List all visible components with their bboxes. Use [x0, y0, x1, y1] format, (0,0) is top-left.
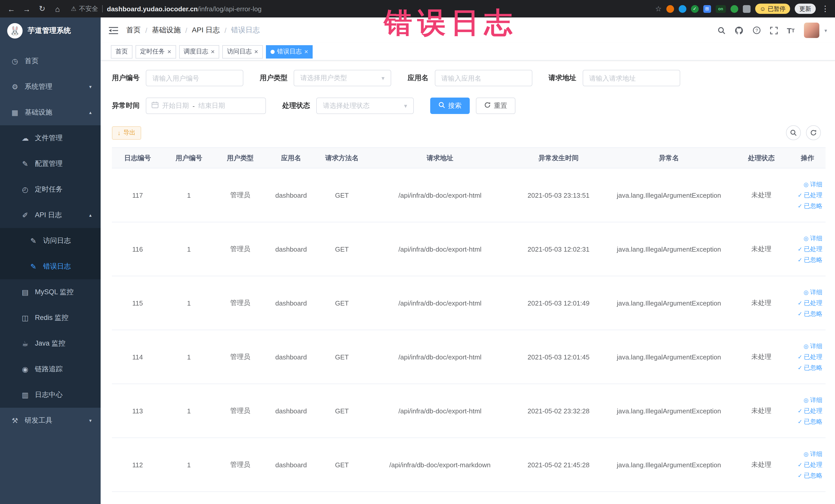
help-icon[interactable]: ?	[752, 26, 760, 35]
user-avatar[interactable]	[804, 23, 819, 38]
calendar-icon	[151, 101, 159, 110]
refresh-table-button[interactable]	[806, 125, 821, 140]
cell-time: 2021-05-03 12:01:45	[512, 330, 605, 384]
breadcrumb-item: 错误日志	[231, 26, 260, 35]
close-icon[interactable]: ×	[254, 48, 258, 55]
tab-error-log[interactable]: 错误日志×	[266, 45, 313, 58]
dashboard-icon: ◷	[10, 57, 20, 65]
tab-scheduled-tasks[interactable]: 定时任务×	[136, 45, 176, 58]
chevron-down-icon: ▼	[403, 103, 408, 108]
extension-check-icon[interactable]: ✓	[691, 5, 699, 13]
extension-switch-on-icon[interactable]: on	[716, 5, 726, 13]
reload-icon[interactable]: ↻	[36, 3, 48, 15]
update-button[interactable]: 更新	[795, 4, 816, 14]
processed-link[interactable]: ✓已处理	[792, 351, 822, 362]
extensions-puzzle-icon[interactable]	[743, 5, 751, 13]
sidebar-item-mysql-monitor[interactable]: ▤MySQL 监控	[0, 279, 101, 305]
sidebar-item-trace[interactable]: ◉链路追踪	[0, 356, 101, 382]
search-icon[interactable]	[717, 26, 725, 34]
detail-link[interactable]: ◎详细	[792, 341, 822, 351]
back-icon[interactable]: ←	[5, 3, 18, 15]
sidebar-item-log-center[interactable]: ▥日志中心	[0, 382, 101, 408]
user-type-select[interactable]: 请选择用户类型 ▼	[294, 70, 391, 86]
tag-bar: 首页定时任务×调度日志×访问日志×错误日志×	[101, 43, 835, 61]
breadcrumb-item[interactable]: 基础设施	[152, 26, 181, 35]
sidebar-item-scheduled-tasks[interactable]: ◴定时任务	[0, 177, 101, 202]
ignored-link[interactable]: ✓已忽略	[792, 416, 822, 427]
processed-link[interactable]: ✓已处理	[792, 459, 822, 470]
cell-status: 未处理	[733, 222, 790, 276]
search-button[interactable]: 搜索	[430, 98, 470, 114]
processed-link[interactable]: ✓已处理	[792, 244, 822, 255]
github-icon[interactable]	[734, 26, 743, 35]
detail-link[interactable]: ◎详细	[792, 448, 822, 459]
extension-grid-icon[interactable]: ⊞	[703, 5, 711, 13]
sidebar-item-system-management[interactable]: ⚙系统管理▼	[0, 74, 101, 100]
tab-label: 定时任务	[140, 47, 165, 56]
sidebar-item-api-log[interactable]: ✐API 日志▲	[0, 202, 101, 228]
toggle-search-button[interactable]	[786, 125, 801, 140]
ignored-link[interactable]: ✓已忽略	[792, 470, 822, 481]
reset-button[interactable]: 重置	[476, 98, 515, 114]
bookmark-star-icon[interactable]: ☆	[655, 5, 661, 13]
sidebar-item-access-log[interactable]: ✎访问日志	[0, 228, 101, 254]
detail-link[interactable]: ◎详细	[792, 179, 822, 190]
user-id-input[interactable]	[146, 70, 243, 86]
sidebar-item-home[interactable]: ◷首页	[0, 48, 101, 74]
tab-access-log[interactable]: 访问日志×	[222, 45, 263, 58]
ignored-link[interactable]: ✓已忽略	[792, 308, 822, 319]
processed-link[interactable]: ✓已处理	[792, 405, 822, 416]
url-path: /infra/log/api-error-log	[198, 5, 262, 13]
browser-menu-icon[interactable]: ⋮	[820, 4, 830, 13]
fullscreen-icon[interactable]	[770, 26, 777, 34]
detail-link[interactable]: ◎详细	[792, 287, 822, 298]
sidebar-item-label: 配置管理	[35, 159, 63, 168]
detail-link[interactable]: ◎详细	[792, 395, 822, 405]
paused-badge[interactable]: ☺ 已暂停	[755, 4, 790, 14]
home-icon[interactable]: ⌂	[51, 3, 64, 15]
close-icon[interactable]: ×	[304, 48, 308, 55]
processed-link[interactable]: ✓已处理	[792, 298, 822, 308]
address-bar[interactable]: ⚠ 不安全 dashboard.yudao.iocoder.cn/infra/l…	[71, 4, 648, 13]
ignored-link[interactable]: ✓已忽略	[792, 255, 822, 265]
close-icon[interactable]: ×	[167, 48, 171, 55]
tab-home[interactable]: 首页	[111, 45, 133, 58]
breadcrumb-separator: /	[225, 26, 227, 35]
sidebar-item-config-management[interactable]: ✎配置管理	[0, 151, 101, 177]
filter-row-2: 异常时间 开始日期 - 结束日期 处理状态 请选	[112, 98, 825, 114]
cell-url: /api/infra/db-doc/export-html	[368, 384, 512, 438]
check-icon: ✓	[798, 255, 802, 265]
sidebar-item-java-monitor[interactable]: ☕Java 监控	[0, 331, 101, 356]
ignored-link[interactable]: ✓已忽略	[792, 362, 822, 373]
breadcrumb-item[interactable]: 首页	[126, 26, 141, 35]
sidebar-item-dev-tools[interactable]: ⚒研发工具▼	[0, 408, 101, 434]
app-logo[interactable]: 🐰 芋道管理系统	[0, 18, 101, 44]
sidebar-fold-icon[interactable]	[109, 26, 118, 34]
sidebar-item-redis-monitor[interactable]: ◫Redis 监控	[0, 305, 101, 331]
breadcrumb-item[interactable]: API 日志	[192, 26, 220, 35]
sidebar-item-file-management[interactable]: ☁文件管理	[0, 125, 101, 151]
chevron-down-icon: ▼	[381, 75, 386, 81]
ignored-link[interactable]: ✓已忽略	[792, 201, 822, 211]
action-label: 已处理	[804, 351, 822, 362]
font-size-icon[interactable]: TT	[787, 26, 795, 35]
security-chip[interactable]: ⚠ 不安全	[71, 4, 98, 13]
sidebar-item-infrastructure[interactable]: ▦基础设施▲	[0, 100, 101, 125]
filter-row-1: 用户编号 用户类型 请选择用户类型 ▼ 应用名	[112, 70, 825, 86]
export-button[interactable]: ↓ 导出	[112, 126, 141, 139]
exception-time-range-picker[interactable]: 开始日期 - 结束日期	[146, 98, 266, 114]
tab-schedule-log[interactable]: 调度日志×	[179, 45, 219, 58]
forward-icon[interactable]: →	[21, 3, 33, 15]
extension-drop-icon[interactable]	[679, 5, 686, 13]
avatar-caret-icon[interactable]: ▾	[824, 27, 827, 33]
processed-link[interactable]: ✓已处理	[792, 190, 822, 201]
close-icon[interactable]: ×	[211, 48, 215, 55]
detail-link[interactable]: ◎详细	[792, 233, 822, 244]
extension-orange-icon[interactable]	[666, 5, 674, 13]
process-status-select[interactable]: 请选择处理状态 ▼	[316, 98, 414, 114]
extension-leaf-icon[interactable]	[731, 5, 738, 13]
cell-method: GET	[316, 438, 368, 492]
app-name-input[interactable]	[434, 70, 532, 86]
sidebar-item-error-log[interactable]: ✎错误日志	[0, 254, 101, 279]
request-url-input[interactable]	[583, 70, 680, 86]
